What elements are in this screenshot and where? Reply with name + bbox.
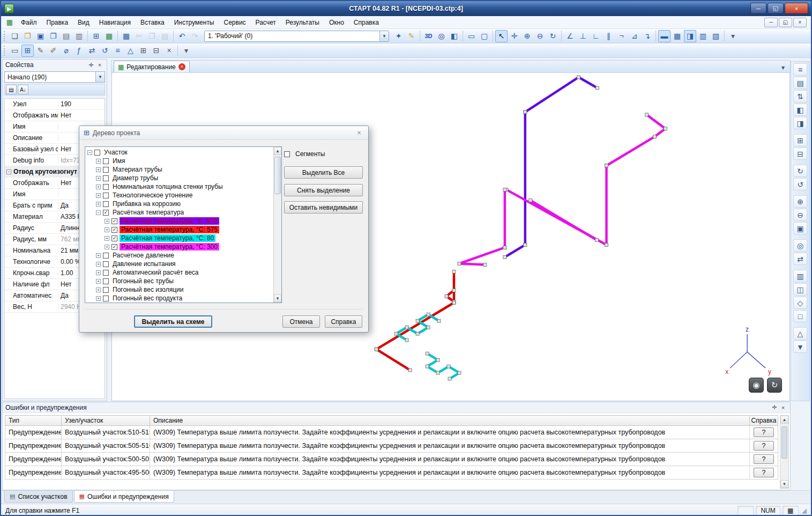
node-marker[interactable] <box>605 164 608 167</box>
column-type[interactable]: Тип <box>5 416 62 425</box>
frames-view-button[interactable]: ▦ <box>103 30 115 42</box>
tab-section-list[interactable]: ▤ Список участков <box>4 491 73 503</box>
chevron-down-icon[interactable]: ▼ <box>379 31 389 41</box>
node-marker[interactable] <box>452 289 456 292</box>
zoom-in-button[interactable]: ⊕ <box>521 30 533 42</box>
project-tree-button[interactable]: ⊞ <box>21 45 34 57</box>
collapse-icon[interactable]: − <box>6 169 11 174</box>
ungroup-button[interactable]: ⊟ <box>150 45 162 57</box>
object-selector[interactable]: Начало (190) ▼ <box>4 71 105 83</box>
node-marker[interactable] <box>448 377 451 380</box>
tree-item[interactable]: −✓Расчётная температура <box>85 208 273 217</box>
node-marker[interactable] <box>645 113 648 116</box>
expand-icon[interactable]: + <box>96 185 101 189</box>
node-marker[interactable] <box>437 319 441 322</box>
alphabetical-button[interactable]: А↓ <box>18 85 28 94</box>
close-button[interactable]: × <box>785 3 808 14</box>
scroll-up-icon[interactable]: ▲ <box>780 416 788 424</box>
function-edit-button[interactable]: ƒ <box>73 45 85 57</box>
node-marker[interactable] <box>394 332 398 335</box>
collapse-all-button[interactable]: ⊟ <box>793 148 807 160</box>
node-marker[interactable] <box>426 365 429 368</box>
camera-down-button[interactable]: ▼ <box>793 341 807 353</box>
resize-grip-icon[interactable]: ◢ <box>802 507 807 514</box>
expand-icon[interactable]: + <box>96 262 101 267</box>
align-button[interactable]: ≡ <box>111 45 124 57</box>
expand-icon[interactable]: + <box>96 288 101 292</box>
rotate-button[interactable]: ↺ <box>99 45 111 57</box>
pin-icon[interactable]: ✛ <box>87 61 95 69</box>
warning-row[interactable]: ПредупреждениеВоздушный участок:495-500(… <box>5 466 778 480</box>
expand-icon[interactable]: + <box>96 279 101 284</box>
property-value[interactable]: Нет <box>58 112 105 119</box>
column-description[interactable]: Описание <box>150 416 750 425</box>
pipe-offset-button[interactable]: ¬ <box>615 30 628 42</box>
chevron-down-icon[interactable]: ▼ <box>95 72 105 82</box>
node-numbers-button[interactable]: ▦ <box>671 30 683 42</box>
table-view-button[interactable]: ▦ <box>120 30 132 42</box>
pipe-run[interactable] <box>607 115 666 166</box>
property-row[interactable]: Отображать имНет <box>5 110 105 121</box>
restore-button[interactable]: ◱ <box>768 3 784 14</box>
node-marker[interactable] <box>405 326 408 329</box>
errors-scrollbar[interactable]: ▲ ▼ <box>780 415 789 489</box>
node-marker[interactable] <box>595 238 599 241</box>
checkbox[interactable] <box>103 175 109 181</box>
print-button[interactable]: ▥ <box>73 30 85 42</box>
keep-invisible-button[interactable]: Оставить невидимыми <box>284 201 363 213</box>
checkbox[interactable] <box>103 253 109 259</box>
tree-item[interactable]: −Участок <box>85 148 273 157</box>
menu-item[interactable]: Сервис <box>219 17 251 28</box>
checkbox[interactable] <box>103 261 109 267</box>
pipe-run[interactable] <box>531 201 597 240</box>
expand-icon[interactable]: + <box>96 167 101 172</box>
rotate-ccw-button[interactable]: ↺ <box>793 178 807 190</box>
find-button[interactable]: ◎ <box>435 30 448 42</box>
annotate-button[interactable]: ✎ <box>405 30 418 42</box>
help-button[interactable]: ? <box>754 468 774 477</box>
cancel-button[interactable]: Отмена <box>282 315 320 328</box>
orbit-view-button[interactable]: ◎ <box>793 239 807 252</box>
tree-item[interactable]: +Погонный вес трубы <box>85 277 273 285</box>
tree-item[interactable]: +Расчетное давление <box>85 251 273 260</box>
checkbox[interactable] <box>103 201 109 207</box>
menu-item[interactable]: Справка <box>349 17 384 28</box>
node-marker[interactable] <box>458 262 461 265</box>
expand-icon[interactable]: + <box>96 202 101 207</box>
pipe-elbow-button[interactable]: ∠ <box>564 30 576 42</box>
toolbar-grip[interactable] <box>4 46 6 56</box>
tree-item[interactable]: +✓Расчётная температура, °С: 575 <box>85 225 273 234</box>
menu-item[interactable]: Вставка <box>136 17 169 28</box>
menu-item[interactable]: Инструменты <box>169 17 219 28</box>
tree-item[interactable]: +✓Расчётная температура, °С: 500 <box>85 217 273 225</box>
help-button[interactable]: Справка <box>325 315 362 328</box>
menu-item[interactable]: Правка <box>42 17 73 28</box>
new-file-button[interactable]: ❏ <box>9 30 21 42</box>
warning-row[interactable]: ПредупреждениеВоздушный участок:505-510(… <box>5 439 778 453</box>
close-icon[interactable]: × <box>95 61 104 69</box>
scroll-down-icon[interactable]: ▼ <box>274 294 281 303</box>
pipe-tee-button[interactable]: ⊥ <box>577 30 589 42</box>
scroll-vertical-button[interactable]: ⇅ <box>793 90 807 102</box>
pipe-run[interactable] <box>459 247 505 264</box>
toolbar-options-button[interactable]: ▾ <box>727 30 739 42</box>
tree-scrollbar[interactable]: ▲ ▼ <box>273 147 281 303</box>
node-marker[interactable] <box>653 135 656 138</box>
delete-item-button[interactable]: × <box>163 45 175 57</box>
export-file-button[interactable]: ❐ <box>47 30 59 42</box>
axis-triangle-button[interactable]: △ <box>124 45 137 57</box>
column-node[interactable]: Узел/участок <box>62 416 150 425</box>
node-marker[interactable] <box>405 338 408 342</box>
close-icon[interactable]: × <box>779 403 787 412</box>
dialog-close-icon[interactable]: × <box>354 128 364 138</box>
node-marker[interactable] <box>375 348 378 351</box>
panel-handle-button[interactable]: ≡ <box>793 63 807 76</box>
scroll-thumb[interactable] <box>274 157 281 194</box>
node-marker[interactable] <box>503 188 506 191</box>
menu-item[interactable]: Файл <box>16 17 42 28</box>
checkbox[interactable] <box>94 150 100 156</box>
tree-item[interactable]: +Погонный вес изоляции <box>85 285 273 294</box>
pipe-run[interactable] <box>505 245 525 257</box>
scroll-thumb[interactable] <box>781 426 787 459</box>
help-button[interactable]: ? <box>754 441 774 451</box>
